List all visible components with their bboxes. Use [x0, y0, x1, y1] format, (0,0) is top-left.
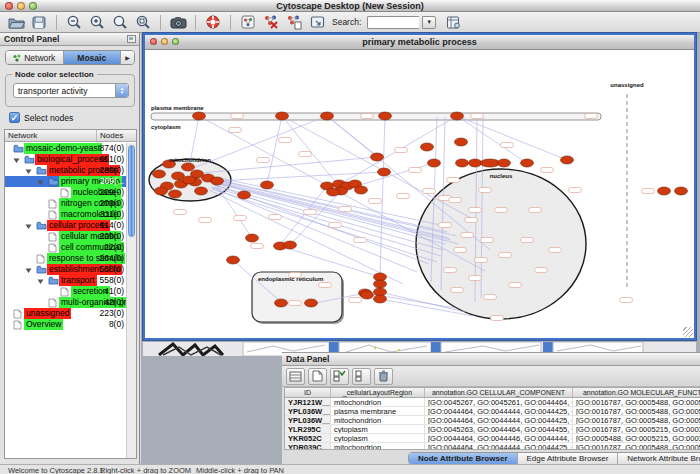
network-node[interactable]	[379, 112, 392, 120]
tab-edge-attribute-browser[interactable]: Edge Attribute Browser	[518, 453, 619, 464]
tree-item[interactable]: cellular process614(0)	[5, 220, 126, 231]
tree-item[interactable]: mosaic-demo-yeast874(0)	[5, 143, 126, 154]
frame-minimize-button[interactable]	[161, 38, 168, 45]
tree-item[interactable]: cellular metabo209(0)	[5, 231, 126, 242]
network-node[interactable]	[498, 159, 511, 167]
tree-scrollbar-thumb[interactable]	[128, 145, 135, 237]
network-node[interactable]	[211, 177, 224, 185]
table-row[interactable]: YLR295Ccytoplasm[GO:0045263, GO:0044464,…	[285, 425, 700, 434]
zoom-fit-icon[interactable]	[133, 13, 153, 31]
network-node[interactable]	[374, 295, 387, 303]
open-icon[interactable]	[6, 13, 26, 31]
network-frame-titlebar[interactable]: primary metabolic process	[145, 35, 694, 50]
network-node[interactable]	[275, 299, 288, 307]
network-node[interactable]	[561, 156, 574, 164]
annotation-icon[interactable]	[307, 13, 327, 31]
tree-item[interactable]: unassigned223(0)	[5, 308, 126, 319]
network-node[interactable]	[455, 138, 468, 146]
select-all-attributes-icon[interactable]	[330, 368, 349, 385]
destroy-view-icon[interactable]	[261, 13, 281, 31]
network-node[interactable]	[246, 234, 259, 242]
table-row[interactable]: YKR052Ccytoplasm[GO:0044464, GO:0044446,…	[285, 434, 700, 443]
network-node[interactable]	[374, 280, 387, 288]
column-header[interactable]: _cellularLayoutRegion	[331, 388, 425, 397]
network-node[interactable]	[195, 187, 208, 195]
network-node[interactable]	[238, 191, 251, 199]
tree-item[interactable]: response to stimulu264(0)	[5, 253, 126, 264]
network-node[interactable]	[227, 256, 240, 264]
network-canvas[interactable]: plasma membranecytoplasmmitochondrionnuc…	[145, 50, 694, 338]
compartment-nucleus[interactable]	[416, 169, 586, 319]
tree-item[interactable]: Overview8(0)	[5, 319, 126, 330]
tree-scrollbar[interactable]	[126, 143, 136, 458]
zoom-selected-icon[interactable]	[110, 13, 130, 31]
tree-item[interactable]: transport558(0)	[5, 275, 126, 286]
tree-item[interactable]: primary metabo209(...	[5, 176, 126, 187]
frame-zoom-button[interactable]	[172, 38, 179, 45]
zoom-out-icon[interactable]	[64, 13, 84, 31]
network-node[interactable]	[153, 170, 166, 178]
network-node[interactable]	[371, 153, 384, 161]
tree-item[interactable]: secretion41(0)	[5, 286, 126, 297]
network-node[interactable]	[361, 291, 374, 299]
tree-item[interactable]: nitrogen compo209(0)	[5, 198, 126, 209]
tab-node-attribute-browser[interactable]: Node Attribute Browser	[409, 453, 518, 464]
node-color-dropdown[interactable]: transporter activity ▲▼	[13, 83, 129, 98]
table-row[interactable]: YDR039C__1mitochondrion[GO:0044464, GO:0…	[285, 443, 700, 450]
network-node[interactable]	[355, 186, 368, 194]
table-row[interactable]: YJR121W__1mitochondrion[GO:0045267, GO:0…	[285, 398, 700, 407]
network-node[interactable]	[521, 159, 534, 167]
frame-resize-grip[interactable]	[683, 327, 693, 337]
network-node[interactable]	[456, 159, 469, 167]
table-row[interactable]: YPL036W__2plasma membrane[GO:0044464, GO…	[285, 407, 700, 416]
network-node[interactable]	[169, 190, 182, 198]
network-node[interactable]	[182, 163, 195, 171]
network-node[interactable]	[305, 299, 318, 307]
tree-item[interactable]: multi-organism pro42(0)	[5, 297, 126, 308]
tabs-overflow-arrow[interactable]: ▶	[121, 51, 134, 64]
zoom-in-icon[interactable]	[87, 13, 107, 31]
delete-attribute-icon[interactable]	[374, 368, 393, 385]
close-button[interactable]	[5, 2, 13, 10]
tab-mosaic[interactable]: Mosaic	[64, 51, 122, 64]
network-node[interactable]	[261, 181, 274, 189]
search-dropdown-button[interactable]: ▼	[422, 16, 436, 29]
table-row[interactable]: YPL036W__1mitochondrion[GO:0044464, GO:0…	[285, 416, 700, 425]
import-table-icon[interactable]	[443, 13, 463, 31]
tree-item[interactable]: cell communicat22(0)	[5, 242, 126, 253]
column-header[interactable]: ID	[285, 388, 331, 397]
tree-item[interactable]: nucleobase-209(0)	[5, 187, 126, 198]
unselect-all-attributes-icon[interactable]	[352, 368, 371, 385]
tree-column-network[interactable]: Network	[5, 130, 97, 141]
overview-icon[interactable]	[238, 13, 258, 31]
tree-item[interactable]: biological_process651(0)	[5, 154, 126, 165]
snapshot-icon[interactable]	[168, 13, 188, 31]
network-node[interactable]	[155, 187, 168, 195]
select-nodes-checkbox[interactable]: ✓	[9, 112, 20, 123]
float-panel-icon[interactable]	[127, 35, 136, 43]
network-node[interactable]	[658, 187, 671, 195]
network-node[interactable]	[428, 159, 441, 167]
new-attribute-icon[interactable]	[308, 368, 327, 385]
compartment-plasma-membrane[interactable]	[151, 113, 601, 120]
column-header[interactable]: annotation.GO CELLULAR_COMPONENT	[425, 388, 573, 397]
minimize-button[interactable]	[17, 2, 25, 10]
tree-column-nodes[interactable]: Nodes	[97, 130, 136, 141]
create-view-icon[interactable]	[284, 13, 304, 31]
network-node[interactable]	[469, 159, 482, 167]
column-header[interactable]: annotation.GO MOLECULAR_FUNCTION	[573, 388, 700, 397]
network-node[interactable]	[480, 159, 500, 167]
network-node[interactable]	[183, 176, 196, 184]
select-attributes-icon[interactable]	[286, 368, 305, 385]
help-icon[interactable]	[203, 13, 223, 31]
network-node[interactable]	[421, 143, 434, 151]
tree-item[interactable]: macromolecule311(0)	[5, 209, 126, 220]
frame-close-button[interactable]	[150, 38, 157, 45]
tab-network-attribute-browser[interactable]: Network Attribute Browser	[618, 453, 700, 464]
tree-item[interactable]: establishment of lo558(0)	[5, 264, 126, 275]
network-node[interactable]	[284, 241, 297, 249]
network-node[interactable]	[193, 112, 206, 120]
search-input[interactable]	[367, 16, 419, 29]
tab-network[interactable]: Network	[6, 51, 64, 64]
network-node[interactable]	[675, 187, 688, 195]
